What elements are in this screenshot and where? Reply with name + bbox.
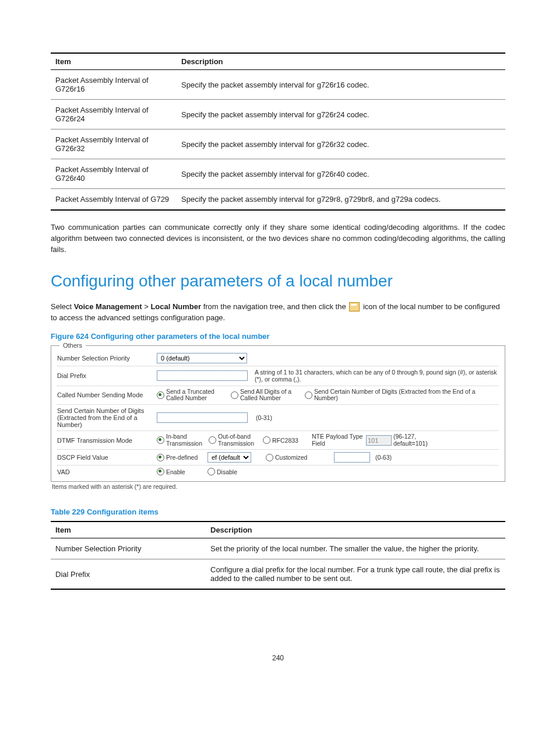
select-number-selection-priority[interactable]: 0 (default) [157,353,247,363]
nav-voice-management: Voice Management [74,302,142,311]
radio-send-truncated[interactable] [157,391,164,399]
label-number-selection-priority: Number Selection Priority [57,355,153,362]
col-description: Description [206,522,505,538]
radio-dtmf-inband[interactable] [157,436,164,444]
hint-dscp: (0-63) [375,454,392,461]
col-description: Description [177,53,505,70]
table-row: Dial PrefixConfigure a dial prefix for t… [51,559,505,590]
table-row: Packet Assembly Interval of G726r16Speci… [51,70,505,100]
paragraph-codecs: Two communication parties can communicat… [51,222,505,256]
table-row: Packet Assembly Interval of G729Specify … [51,189,505,211]
intro-text: Select Voice Management > Local Number f… [51,301,505,324]
radio-vad-enable[interactable] [157,468,164,475]
table-packet-assembly: Item Description Packet Assembly Interva… [51,52,505,211]
radio-send-all-digits[interactable] [231,391,238,399]
figure-others-panel: Others Number Selection Priority 0 (defa… [51,345,505,482]
radio-dtmf-rfc2833[interactable] [263,436,270,444]
radio-dtmf-outofband[interactable] [209,436,216,444]
select-dscp-predefined[interactable]: ef (default) [207,452,251,463]
nav-local-number: Local Number [150,302,201,311]
table-row: Packet Assembly Interval of G726r32Speci… [51,130,505,159]
radio-send-certain-digits[interactable] [305,391,312,399]
label-vad: VAD [57,468,153,475]
heading-configuring-other-params: Configuring other parameters of a local … [51,272,505,290]
hint-nte-payload: (96-127, default=101) [393,433,434,447]
figure-caption: Figure 624 Configuring other parameters … [51,332,505,341]
label-called-number-sending-mode: Called Number Sending Mode [57,391,153,398]
radio-vad-disable[interactable] [207,468,215,475]
label-send-certain-digits: Send Certain Number of Digits (Extracted… [57,407,153,428]
input-dial-prefix[interactable] [157,370,248,381]
table-row: Number Selection PrioritySet the priorit… [51,538,505,559]
input-send-certain-digits[interactable] [157,412,248,423]
footnote-required: Items marked with an asterisk (*) are re… [52,483,505,490]
table-config-items: Item Description Number Selection Priori… [51,521,505,590]
input-nte-payload[interactable] [366,435,392,446]
label-nte-payload: NTE Payload Type Field [312,433,364,447]
radio-dscp-predefined[interactable] [157,454,164,461]
fieldset-legend: Others [59,342,86,349]
input-dscp-customized[interactable] [334,452,370,463]
hint-dial-prefix: A string of 1 to 31 characters, which ca… [255,369,499,383]
page-number: 240 [51,654,505,662]
table-row: Packet Assembly Interval of G726r24Speci… [51,100,505,130]
radio-dscp-customized[interactable] [266,454,273,461]
label-dtmf-transmission-mode: DTMF Transmission Mode [57,437,153,444]
edit-icon [349,302,360,312]
label-dial-prefix: Dial Prefix [57,372,153,379]
col-item: Item [51,53,177,70]
col-item: Item [51,522,206,538]
table-row: Packet Assembly Interval of G726r40Speci… [51,159,505,189]
hint-send-certain-digits: (0-31) [256,414,272,421]
label-dscp-field-value: DSCP Field Value [57,454,153,461]
table-caption: Table 229 Configuration items [51,508,505,516]
